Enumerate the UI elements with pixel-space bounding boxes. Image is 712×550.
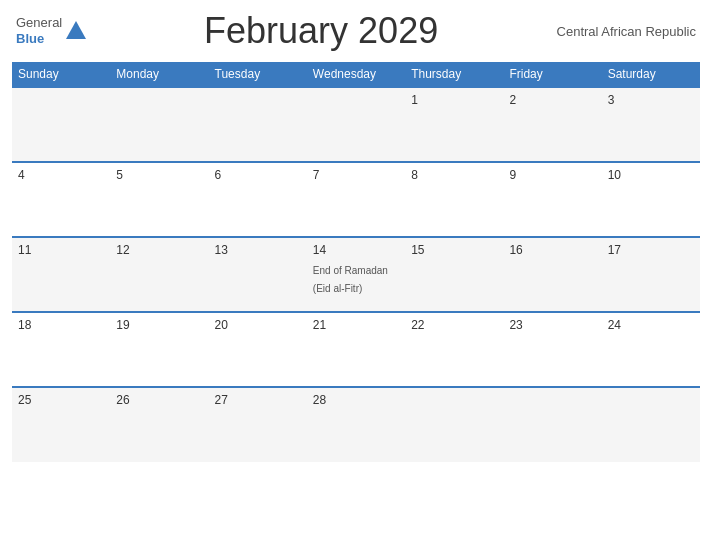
week-row-2: 45678910 (12, 162, 700, 237)
day-number: 2 (509, 93, 595, 107)
calendar-container: General Blue February 2029 Central Afric… (0, 0, 712, 550)
calendar-cell: 5 (110, 162, 208, 237)
calendar-header: General Blue February 2029 Central Afric… (12, 10, 700, 52)
calendar-cell: 14End of Ramadan (Eid al-Fitr) (307, 237, 405, 312)
week-row-1: 123 (12, 87, 700, 162)
day-number: 3 (608, 93, 694, 107)
day-number: 21 (313, 318, 399, 332)
logo-text: General Blue (16, 15, 62, 46)
day-number: 10 (608, 168, 694, 182)
day-number: 1 (411, 93, 497, 107)
logo-triangle-icon (66, 21, 86, 39)
logo: General Blue (16, 15, 86, 46)
day-number: 12 (116, 243, 202, 257)
calendar-cell (307, 87, 405, 162)
day-number: 28 (313, 393, 399, 407)
calendar-cell (405, 387, 503, 462)
calendar-cell: 12 (110, 237, 208, 312)
calendar-cell: 17 (602, 237, 700, 312)
day-number: 25 (18, 393, 104, 407)
day-number: 18 (18, 318, 104, 332)
day-number: 17 (608, 243, 694, 257)
calendar-cell: 9 (503, 162, 601, 237)
weekday-header-wednesday: Wednesday (307, 62, 405, 87)
day-number: 27 (215, 393, 301, 407)
weekday-header-sunday: Sunday (12, 62, 110, 87)
calendar-table: SundayMondayTuesdayWednesdayThursdayFrid… (12, 62, 700, 462)
day-number: 16 (509, 243, 595, 257)
calendar-cell (110, 87, 208, 162)
day-number: 14 (313, 243, 399, 257)
calendar-cell: 11 (12, 237, 110, 312)
day-number: 15 (411, 243, 497, 257)
weekday-header-tuesday: Tuesday (209, 62, 307, 87)
calendar-cell: 21 (307, 312, 405, 387)
day-number: 20 (215, 318, 301, 332)
calendar-cell: 15 (405, 237, 503, 312)
day-number: 7 (313, 168, 399, 182)
day-number: 24 (608, 318, 694, 332)
calendar-cell: 2 (503, 87, 601, 162)
day-number: 13 (215, 243, 301, 257)
weekday-header-monday: Monday (110, 62, 208, 87)
calendar-cell: 6 (209, 162, 307, 237)
calendar-cell: 27 (209, 387, 307, 462)
week-row-4: 18192021222324 (12, 312, 700, 387)
day-number: 9 (509, 168, 595, 182)
calendar-cell: 8 (405, 162, 503, 237)
calendar-cell: 28 (307, 387, 405, 462)
country-name: Central African Republic (556, 24, 696, 39)
day-number: 19 (116, 318, 202, 332)
day-number: 4 (18, 168, 104, 182)
week-row-5: 25262728 (12, 387, 700, 462)
calendar-cell: 3 (602, 87, 700, 162)
day-number: 5 (116, 168, 202, 182)
calendar-cell (503, 387, 601, 462)
calendar-cell: 22 (405, 312, 503, 387)
weekday-header-row: SundayMondayTuesdayWednesdayThursdayFrid… (12, 62, 700, 87)
calendar-cell (12, 87, 110, 162)
month-title: February 2029 (86, 10, 556, 52)
calendar-cell: 20 (209, 312, 307, 387)
day-number: 26 (116, 393, 202, 407)
calendar-cell: 1 (405, 87, 503, 162)
calendar-cell: 10 (602, 162, 700, 237)
calendar-cell: 23 (503, 312, 601, 387)
calendar-cell: 13 (209, 237, 307, 312)
weekday-header-saturday: Saturday (602, 62, 700, 87)
week-row-3: 11121314End of Ramadan (Eid al-Fitr)1516… (12, 237, 700, 312)
calendar-cell (602, 387, 700, 462)
day-number: 22 (411, 318, 497, 332)
weekday-header-friday: Friday (503, 62, 601, 87)
calendar-cell: 19 (110, 312, 208, 387)
day-number: 23 (509, 318, 595, 332)
calendar-cell: 4 (12, 162, 110, 237)
day-number: 8 (411, 168, 497, 182)
calendar-cell (209, 87, 307, 162)
weekday-header-thursday: Thursday (405, 62, 503, 87)
calendar-cell: 18 (12, 312, 110, 387)
calendar-cell: 24 (602, 312, 700, 387)
event-text: End of Ramadan (Eid al-Fitr) (313, 265, 388, 294)
calendar-cell: 7 (307, 162, 405, 237)
calendar-cell: 25 (12, 387, 110, 462)
day-number: 11 (18, 243, 104, 257)
calendar-cell: 26 (110, 387, 208, 462)
day-number: 6 (215, 168, 301, 182)
calendar-cell: 16 (503, 237, 601, 312)
